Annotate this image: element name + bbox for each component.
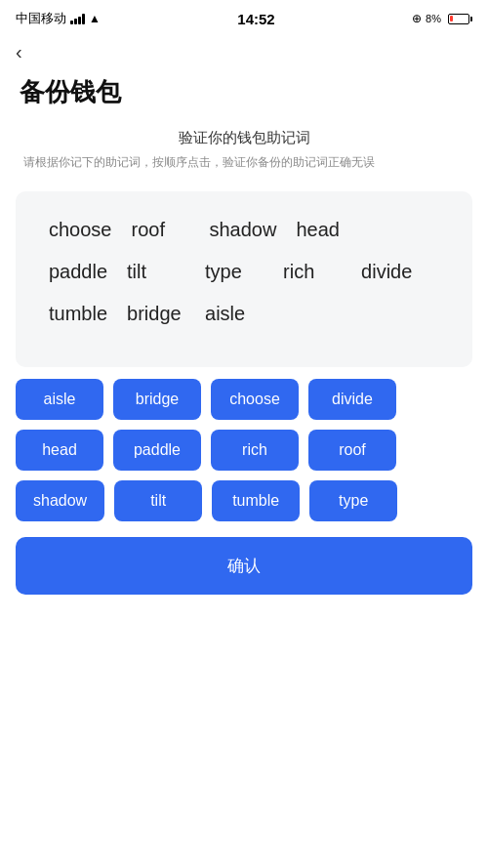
signal-icon	[70, 13, 85, 24]
word-row-3: tumblebridgeaisle	[39, 295, 449, 333]
status-right: ⊕ 8%	[412, 12, 472, 25]
subtitle-main: 验证你的钱包助记词	[20, 129, 468, 147]
display-word: choose	[39, 211, 122, 249]
page-title: 备份钱包	[0, 67, 488, 129]
confirm-section: 确认	[16, 537, 472, 595]
display-word: type	[195, 253, 273, 291]
display-word: paddle	[39, 253, 117, 291]
display-word: roof	[122, 211, 200, 249]
subtitle-desc: 请根据你记下的助记词，按顺序点击，验证你备份的助记词正确无误	[20, 153, 468, 172]
word-button[interactable]: rich	[211, 430, 299, 471]
display-word: rich	[273, 253, 351, 291]
word-button[interactable]: aisle	[16, 379, 103, 420]
display-word: bridge	[117, 295, 195, 333]
word-button[interactable]: shadow	[16, 480, 104, 521]
word-row-1: chooseroofshadowhead	[39, 211, 449, 249]
battery-indicator	[448, 14, 472, 24]
word-button[interactable]: bridge	[113, 379, 201, 420]
word-button[interactable]: paddle	[113, 430, 201, 471]
word-button[interactable]: choose	[211, 379, 299, 420]
display-word: divide	[351, 253, 429, 291]
carrier-label: 中国移动	[16, 10, 66, 27]
word-button[interactable]: head	[16, 430, 103, 471]
battery-label: 8%	[426, 13, 441, 24]
status-left: 中国移动 ▲	[16, 10, 101, 27]
word-row-2: paddletilttyperichdivide	[39, 253, 449, 291]
time-display: 14:52	[237, 11, 274, 27]
word-button[interactable]: divide	[308, 379, 396, 420]
display-word: tumble	[39, 295, 117, 333]
display-word: shadow	[200, 211, 287, 249]
word-button[interactable]: tumble	[212, 480, 300, 521]
word-button[interactable]: roof	[308, 430, 396, 471]
word-buttons-grid: aislebridgechoosedivideheadpaddlerichroo…	[16, 379, 472, 521]
display-word: tilt	[117, 253, 195, 291]
word-button[interactable]: tilt	[114, 480, 202, 521]
word-display-card: chooseroofshadowhead paddletilttyperichd…	[16, 191, 472, 367]
subtitle-section: 验证你的钱包助记词 请根据你记下的助记词，按顺序点击，验证你备份的助记词正确无误	[0, 129, 488, 180]
word-button[interactable]: type	[309, 480, 397, 521]
battery-icon: ⊕	[412, 12, 422, 25]
wifi-icon: ▲	[89, 12, 101, 25]
status-bar: 中国移动 ▲ 14:52 ⊕ 8%	[0, 0, 488, 33]
display-word: aisle	[195, 295, 273, 333]
display-word: head	[286, 211, 364, 249]
confirm-button[interactable]: 确认	[16, 537, 472, 595]
back-button[interactable]: ‹	[0, 33, 38, 67]
